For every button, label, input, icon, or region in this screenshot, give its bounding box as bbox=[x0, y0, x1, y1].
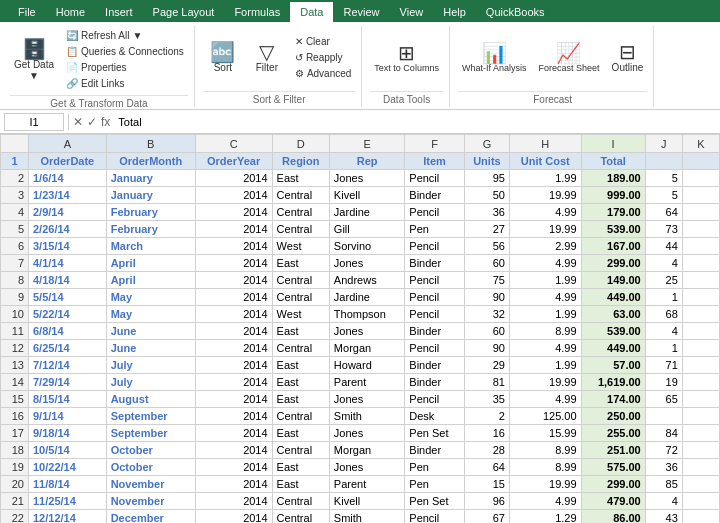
cell-H19[interactable]: 8.99 bbox=[509, 459, 581, 476]
cell-J12[interactable]: 1 bbox=[645, 340, 682, 357]
cell-A7[interactable]: 4/1/14 bbox=[29, 255, 107, 272]
cell-H3[interactable]: 19.99 bbox=[509, 187, 581, 204]
cell-H16[interactable]: 125.00 bbox=[509, 408, 581, 425]
cell-F21[interactable]: Pen Set bbox=[405, 493, 465, 510]
tab-insert[interactable]: Insert bbox=[95, 2, 143, 22]
cell-E8[interactable]: Andrews bbox=[329, 272, 404, 289]
cell-J20[interactable]: 85 bbox=[645, 476, 682, 493]
cell-A2[interactable]: 1/6/14 bbox=[29, 170, 107, 187]
cell-F2[interactable]: Pencil bbox=[405, 170, 465, 187]
cell-F4[interactable]: Pencil bbox=[405, 204, 465, 221]
cell-D21[interactable]: Central bbox=[272, 493, 329, 510]
cell-B21[interactable]: November bbox=[106, 493, 195, 510]
cell-B19[interactable]: October bbox=[106, 459, 195, 476]
confirm-icon[interactable]: ✓ bbox=[87, 115, 97, 129]
cell-H22[interactable]: 1.29 bbox=[509, 510, 581, 524]
cell-J13[interactable]: 71 bbox=[645, 357, 682, 374]
cell-C10[interactable]: 2014 bbox=[195, 306, 272, 323]
col-header-i[interactable]: I bbox=[581, 135, 645, 153]
cell-C21[interactable]: 2014 bbox=[195, 493, 272, 510]
cell-C6[interactable]: 2014 bbox=[195, 238, 272, 255]
cell-D20[interactable]: East bbox=[272, 476, 329, 493]
cell-G20[interactable]: 15 bbox=[464, 476, 509, 493]
cell-D12[interactable]: Central bbox=[272, 340, 329, 357]
tab-quickbooks[interactable]: QuickBooks bbox=[476, 2, 555, 22]
cell-K18[interactable] bbox=[682, 442, 719, 459]
cell-C2[interactable]: 2014 bbox=[195, 170, 272, 187]
cell-D5[interactable]: Central bbox=[272, 221, 329, 238]
cell-C8[interactable]: 2014 bbox=[195, 272, 272, 289]
cell-H4[interactable]: 4.99 bbox=[509, 204, 581, 221]
cell-E3[interactable]: Kivell bbox=[329, 187, 404, 204]
cell-F7[interactable]: Binder bbox=[405, 255, 465, 272]
cell-J7[interactable]: 4 bbox=[645, 255, 682, 272]
cell-C3[interactable]: 2014 bbox=[195, 187, 272, 204]
cell-e1[interactable]: Rep bbox=[329, 153, 404, 170]
cell-A10[interactable]: 5/22/14 bbox=[29, 306, 107, 323]
outline-button[interactable]: ⊟ Outline bbox=[607, 40, 647, 75]
cell-F16[interactable]: Desk bbox=[405, 408, 465, 425]
cell-G5[interactable]: 27 bbox=[464, 221, 509, 238]
cell-F10[interactable]: Pencil bbox=[405, 306, 465, 323]
cell-D8[interactable]: Central bbox=[272, 272, 329, 289]
cell-D19[interactable]: East bbox=[272, 459, 329, 476]
cell-G3[interactable]: 50 bbox=[464, 187, 509, 204]
cell-A21[interactable]: 11/25/14 bbox=[29, 493, 107, 510]
cell-G21[interactable]: 96 bbox=[464, 493, 509, 510]
cell-D16[interactable]: Central bbox=[272, 408, 329, 425]
cell-K7[interactable] bbox=[682, 255, 719, 272]
cell-H13[interactable]: 1.99 bbox=[509, 357, 581, 374]
cell-K13[interactable] bbox=[682, 357, 719, 374]
cell-D7[interactable]: East bbox=[272, 255, 329, 272]
cell-D11[interactable]: East bbox=[272, 323, 329, 340]
cell-I16[interactable]: 250.00 bbox=[581, 408, 645, 425]
tab-view[interactable]: View bbox=[390, 2, 434, 22]
cell-I20[interactable]: 299.00 bbox=[581, 476, 645, 493]
cell-E5[interactable]: Gill bbox=[329, 221, 404, 238]
cell-G22[interactable]: 67 bbox=[464, 510, 509, 524]
cell-B12[interactable]: June bbox=[106, 340, 195, 357]
cell-G17[interactable]: 16 bbox=[464, 425, 509, 442]
cell-J18[interactable]: 72 bbox=[645, 442, 682, 459]
cell-B15[interactable]: August bbox=[106, 391, 195, 408]
col-header-e[interactable]: E bbox=[329, 135, 404, 153]
cell-C7[interactable]: 2014 bbox=[195, 255, 272, 272]
cancel-icon[interactable]: ✕ bbox=[73, 115, 83, 129]
cell-I4[interactable]: 179.00 bbox=[581, 204, 645, 221]
cell-H8[interactable]: 1.99 bbox=[509, 272, 581, 289]
cell-j1[interactable] bbox=[645, 153, 682, 170]
cell-i1[interactable]: Total bbox=[581, 153, 645, 170]
cell-A5[interactable]: 2/26/14 bbox=[29, 221, 107, 238]
cell-K11[interactable] bbox=[682, 323, 719, 340]
cell-B6[interactable]: March bbox=[106, 238, 195, 255]
cell-K4[interactable] bbox=[682, 204, 719, 221]
cell-K15[interactable] bbox=[682, 391, 719, 408]
cell-C17[interactable]: 2014 bbox=[195, 425, 272, 442]
cell-D9[interactable]: Central bbox=[272, 289, 329, 306]
cell-D6[interactable]: West bbox=[272, 238, 329, 255]
tab-home[interactable]: Home bbox=[46, 2, 95, 22]
cell-B4[interactable]: February bbox=[106, 204, 195, 221]
cell-F18[interactable]: Binder bbox=[405, 442, 465, 459]
cell-J14[interactable]: 19 bbox=[645, 374, 682, 391]
tab-page-layout[interactable]: Page Layout bbox=[143, 2, 225, 22]
cell-G8[interactable]: 75 bbox=[464, 272, 509, 289]
cell-E10[interactable]: Thompson bbox=[329, 306, 404, 323]
cell-F19[interactable]: Pen bbox=[405, 459, 465, 476]
cell-B5[interactable]: February bbox=[106, 221, 195, 238]
cell-A6[interactable]: 3/15/14 bbox=[29, 238, 107, 255]
cell-F13[interactable]: Binder bbox=[405, 357, 465, 374]
cell-B20[interactable]: November bbox=[106, 476, 195, 493]
cell-E22[interactable]: Smith bbox=[329, 510, 404, 524]
cell-J3[interactable]: 5 bbox=[645, 187, 682, 204]
cell-I12[interactable]: 449.00 bbox=[581, 340, 645, 357]
cell-G16[interactable]: 2 bbox=[464, 408, 509, 425]
col-header-h[interactable]: H bbox=[509, 135, 581, 153]
cell-A9[interactable]: 5/5/14 bbox=[29, 289, 107, 306]
cell-K8[interactable] bbox=[682, 272, 719, 289]
cell-A20[interactable]: 11/8/14 bbox=[29, 476, 107, 493]
cell-J9[interactable]: 1 bbox=[645, 289, 682, 306]
cell-C14[interactable]: 2014 bbox=[195, 374, 272, 391]
cell-B11[interactable]: June bbox=[106, 323, 195, 340]
cell-B17[interactable]: September bbox=[106, 425, 195, 442]
